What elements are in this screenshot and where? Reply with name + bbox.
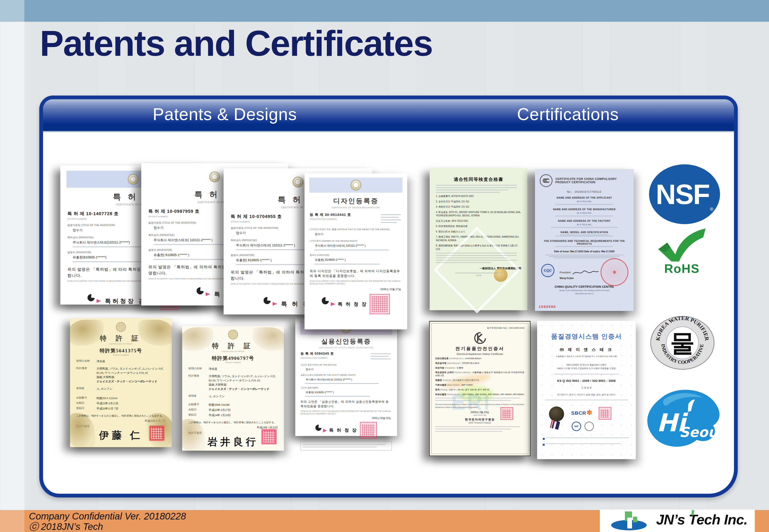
cert-number: 特許第4906797号 (188, 355, 278, 362)
issuer-name: 특 허 청 장 (338, 301, 367, 307)
field-product: 제품명 (Product) : 전기냉온수기(전기온수기) (435, 379, 525, 382)
footer-corner-block (0, 510, 24, 532)
ccc-logo-icon: CCC (540, 174, 553, 187)
field-certificate-no: 안전인증번호 (Certificate No.) : JA07059-8001A (435, 357, 525, 360)
section-label-patents-designs: Patents & Designs (130, 105, 319, 124)
cert-title: 適合性同等検査合格書 (436, 176, 521, 183)
footnote (543, 436, 630, 441)
panel-header-bar: Patents & Designs Certifications (43, 99, 734, 131)
standard-reference: KS Q ISO 9001 : 2009 / ISO 9001 : 2008 (543, 379, 630, 383)
ccc-header: CCC CERTIFICATE FOR CHINA COMPULSORY PRO… (540, 174, 629, 187)
official-seal-icon (149, 425, 165, 441)
jet-item-applicant: 4. 申込者名 10TH FL, WOORI VENTURE TOWN II, … (436, 211, 521, 218)
issuer-name-en: (EMC Research Institute) (435, 422, 525, 424)
kipo-logo-icon (263, 297, 277, 311)
top-accent-band (0, 0, 769, 22)
cert-title: 전기용품안전인증서 (435, 346, 525, 352)
cert-title: CERTIFICATE FOR CHINA COMPULSORY PRODUCT… (555, 177, 629, 184)
iaf-mark-icon: IAF (572, 422, 581, 431)
section-standards: THE STANDARDS AND TECHNICAL REQUIREMENTS… (540, 240, 629, 245)
cert-number-label: PATENT NUMBER (76, 354, 166, 356)
company-address: 서울특별시 영등포구 선유로 70 (문래동 3가, 우리벤처타운 10층 2호… (543, 355, 630, 358)
redacted-text-block (436, 185, 521, 193)
cert-number: 등 록 제 0394345 호(REGISTRATION NUMBER) (300, 352, 334, 359)
redacted-text-block (310, 264, 402, 265)
jet-item-expiry-date: 3. 有効年月日 平成30年 2月 5日 (436, 205, 521, 209)
redacted-text-block (540, 235, 629, 236)
rohs-checkmark-icon (655, 227, 709, 262)
field-inventor: 発明者ユ, ホンフン (188, 394, 278, 398)
field-utility-owner: 실용신안권자 (OWNER OF THE UTILITY MODEL RIGHT… (295, 374, 397, 384)
page-title: Patents and Certificates (40, 23, 433, 64)
field-article: 디자인의 대상이 되는 물품 (ARTICLE THAT IS THE OBJE… (304, 228, 407, 236)
hi-seoul-blob-icon: Hi Seoul (642, 387, 724, 451)
redacted-text-block (435, 426, 525, 432)
field-filing-date: 出願日平成20年 6月27日 (188, 408, 278, 412)
cert-title: 실용신안등록증 (295, 337, 397, 346)
field-factory-address: 제조공장의 소재지 (Factory Address) : 서울특별시 영등포구… (435, 371, 525, 377)
official-seal-icon (501, 407, 513, 420)
korea-water-purifier-seal: KOREA WATER PURIFIER INDUSTRY COOPERATIV… (650, 316, 715, 371)
certificate-jp-patent-4906797: 特 許 証 CERTIFICATE OF PATENT 特許第4906797号 … (182, 326, 284, 451)
confidential-note: Company Confidential Ver. 20180228 ⓒ 201… (29, 511, 186, 532)
field-series-model: 파생모델명 (Series Model) : JNP-7000H, JNP-31… (435, 393, 525, 396)
cert-statement: SBC인증원은 위 회사의 품질경영시스템이아래의 시스템 규격과 인증범위의 … (543, 363, 630, 371)
certificate-iso-9001: 품질경영시스템 인증서 ㈜ 제 이 앤 스 테 크 서울특별시 영등포구 선유로… (537, 321, 636, 459)
jet-item-issue-date: 2. 交付年月日 平成25年 2月 6日 (436, 200, 521, 204)
cert-statement: 위의 디자인은 「디자인보호법」에 의하여 디자인등록원부에 등록 되었음을 증… (304, 269, 407, 279)
field-title-of-invention: 発明の名称浄水器 (188, 367, 278, 371)
cert-number: 특 허 제 10-0987959 호(PATENT NUMBER) (148, 208, 200, 218)
redacted-text-block (381, 213, 402, 225)
cert-statement-en: (THIS IS TO CERTIFY THAT THE DEVICE IS R… (295, 410, 397, 415)
section-model: NAME, MODEL AND SPECIFICATION (540, 231, 629, 234)
field-filing-date: 出願日平成25年 6月11日 (76, 401, 166, 406)
redacted-text-block (540, 204, 629, 205)
certificate-ccc-china: CCC CERTIFICATE FOR CHINA COMPULSORY PRO… (535, 169, 634, 311)
field-registration-date: 登録日平成24年 1月20日 (188, 413, 278, 417)
accreditation-marks: SBCR ✱✱ IAF (543, 406, 630, 435)
rohs-logo: RoHS (655, 227, 709, 276)
kipo-logo-icon (315, 425, 327, 436)
field-rating: 정격 (Rating) : 220 V~, 60 Hz, 냉수 100 W, 온… (435, 388, 525, 391)
official-seal-icon (360, 422, 377, 439)
registered-mark: ® (710, 206, 713, 212)
slide: Patents and Certificates Patents & Desig… (0, 0, 769, 532)
field-deviser: 고안자 (DEVISER)유흥현( 610605-1****** ) (295, 386, 397, 397)
redacted-text-block (543, 400, 630, 400)
redacted-text-block (540, 246, 629, 247)
cert-number: No. : 2010010717760112 (540, 190, 629, 193)
redacted-text-block (540, 216, 629, 216)
cert-subtitle: CERTIFICATE OF DESIGN REGISTRATION (304, 206, 407, 209)
applicant-name: JN' S TECH INC. (540, 200, 629, 203)
hi-seoul-logo: Hi Seoul (642, 387, 724, 452)
cert-date: 2005년 05월 09일 (295, 417, 397, 420)
cert-title: 디자인등록증 (304, 196, 407, 205)
chrysanthemum-emblem-icon (116, 322, 126, 332)
top-accent-corner (0, 0, 24, 22)
red-round-stamp-icon: ✶ (601, 258, 629, 286)
field-inventor: 発明者ユ, ホンフン (76, 387, 166, 391)
accreditation-mark-icon (585, 422, 594, 431)
field-design-owner: 디자인권자 (OWNER OF THE DESIGN RIGHT)주식회사 제이… (304, 240, 407, 250)
serial-number: 1082590 (539, 305, 556, 309)
redacted-text-block (370, 352, 392, 361)
cert-statement-en: We issue Electrical Appliances Safety Ce… (435, 403, 525, 409)
cert-number-row: 등 록 제 0394345 호(REGISTRATION NUMBER) (295, 352, 397, 361)
rohs-logo-text: RoHS (655, 262, 709, 276)
cert-statement: この発明は、特許すべきものと確定し、特許原簿に登録されたことを証する。 (76, 414, 166, 418)
issuer-row: 특 허 청 장 (295, 422, 397, 439)
certificate-kr-utility-0394345: 실용신안등록증 CERTIFICATE OF UTILITY MODEL REG… (295, 317, 397, 436)
cert-statement: 위의 고안은 「실용신안법」에 의하여 실용신안등록원부에 등록되었음을 증명합… (295, 400, 397, 409)
jet-item-applicant-name: 氏名又は名称: JN'S TECH INC. (436, 219, 521, 223)
president-label: President Wang Kejiao (560, 269, 600, 279)
confidential-line: Company Confidential Ver. 20180228 (29, 511, 186, 521)
field-title-of-invention: 発明の名称浄水器 (76, 359, 166, 363)
jet-item-product: 5. 特定電気用品名 電気温水器 (436, 225, 521, 228)
cqc-logo-icon: CQC (541, 264, 554, 277)
national-emblem-icon (209, 171, 220, 182)
redacted-text-block (310, 249, 402, 250)
cert-number-row: 등 록 제 30-0510441 호(REGISTRATION NUMBER) (304, 213, 407, 225)
section-manufacturer: NAME AND ADDRESS OF THE MANUFACTURER (540, 208, 629, 211)
national-emblem-icon (128, 174, 139, 185)
redacted-text-block (300, 383, 392, 384)
